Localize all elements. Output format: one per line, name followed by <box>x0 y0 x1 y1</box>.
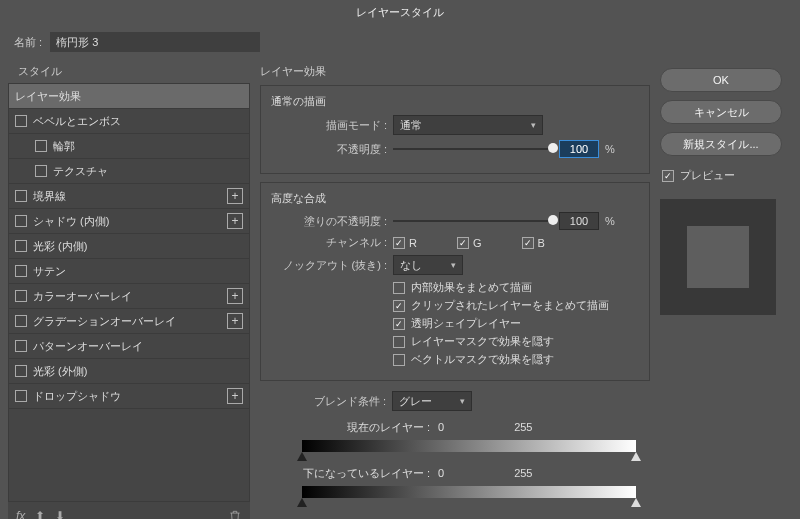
style-outer-glow[interactable]: 光彩 (外側) <box>9 359 249 384</box>
style-drop-shadow[interactable]: ドロップシャドウ+ <box>9 384 249 409</box>
style-label: 光彩 (外側) <box>33 364 87 379</box>
preview-swatch <box>660 199 776 315</box>
checkbox[interactable] <box>35 165 47 177</box>
style-label: サテン <box>33 264 66 279</box>
style-pattern-overlay[interactable]: パターンオーバーレイ <box>9 334 249 359</box>
style-label: 光彩 (内側) <box>33 239 87 254</box>
style-label: カラーオーバーレイ <box>33 289 132 304</box>
checkbox[interactable] <box>15 290 27 302</box>
blend-mode-select[interactable]: 通常▾ <box>393 115 543 135</box>
new-style-button[interactable]: 新規スタイル... <box>660 132 782 156</box>
this-layer-label: 現在のレイヤー : <box>302 420 430 435</box>
opt-e-checkbox[interactable] <box>393 354 405 366</box>
opt-label: ベクトルマスクで効果を隠す <box>411 352 554 367</box>
range-max: 255 <box>514 421 532 433</box>
checkbox[interactable] <box>15 390 27 402</box>
style-color-overlay[interactable]: カラーオーバーレイ+ <box>9 284 249 309</box>
style-layer-effects[interactable]: レイヤー効果 <box>9 84 249 109</box>
blend-if-select[interactable]: グレー▾ <box>392 391 472 411</box>
frame-title: 高度な合成 <box>271 191 639 206</box>
arrow-down-icon[interactable]: ⬇ <box>55 509 65 519</box>
style-label: グラデーションオーバーレイ <box>33 314 176 329</box>
style-inner-glow[interactable]: 光彩 (内側) <box>9 234 249 259</box>
name-row: 名前 : <box>0 24 800 58</box>
fill-opacity-input[interactable] <box>559 212 599 230</box>
this-layer-bar[interactable] <box>302 440 636 452</box>
preview-checkbox[interactable] <box>662 170 674 182</box>
plus-icon[interactable]: + <box>227 313 243 329</box>
select-value: なし <box>400 258 422 273</box>
checkbox[interactable] <box>15 315 27 327</box>
frame-title: 通常の描画 <box>271 94 639 109</box>
channel-r-checkbox[interactable] <box>393 237 405 249</box>
style-texture[interactable]: テクスチャ <box>9 159 249 184</box>
opt-label: 透明シェイプレイヤー <box>411 316 521 331</box>
checkbox[interactable] <box>15 115 27 127</box>
channel-label: チャンネル : <box>271 235 387 250</box>
opt-c-checkbox[interactable] <box>393 318 405 330</box>
advanced-blend-frame: 高度な合成 塗りの不透明度 : % チャンネル : R G B ノックアウト (… <box>260 182 650 381</box>
checkbox[interactable] <box>15 365 27 377</box>
plus-icon[interactable]: + <box>227 213 243 229</box>
normal-blend-frame: 通常の描画 描画モード : 通常▾ 不透明度 : % <box>260 85 650 174</box>
range-min: 0 <box>438 421 444 433</box>
style-satin[interactable]: サテン <box>9 259 249 284</box>
percent-unit: % <box>605 215 615 227</box>
style-label: ベベルとエンボス <box>33 114 121 129</box>
checkbox[interactable] <box>15 240 27 252</box>
range-max: 255 <box>514 467 532 479</box>
style-label: 輪郭 <box>53 139 75 154</box>
trash-icon[interactable] <box>228 509 242 519</box>
cancel-button[interactable]: キャンセル <box>660 100 782 124</box>
style-contour[interactable]: 輪郭 <box>9 134 249 159</box>
range-min: 0 <box>438 467 444 479</box>
blend-if-label: ブレンド条件 : <box>260 394 386 409</box>
channel-g-checkbox[interactable] <box>457 237 469 249</box>
fx-icon[interactable]: fx <box>16 509 25 519</box>
select-value: 通常 <box>400 118 422 133</box>
chevron-down-icon: ▾ <box>451 260 456 270</box>
opacity-slider[interactable] <box>393 142 553 156</box>
style-bevel[interactable]: ベベルとエンボス <box>9 109 249 134</box>
channel-r-label: R <box>409 237 417 249</box>
channel-b-label: B <box>538 237 545 249</box>
chevron-down-icon: ▾ <box>460 396 465 406</box>
channel-g-label: G <box>473 237 482 249</box>
knockout-select[interactable]: なし▾ <box>393 255 463 275</box>
percent-unit: % <box>605 143 615 155</box>
name-label: 名前 : <box>14 35 42 50</box>
style-stroke[interactable]: 境界線+ <box>9 184 249 209</box>
checkbox[interactable] <box>15 265 27 277</box>
checkbox[interactable] <box>15 215 27 227</box>
checkbox[interactable] <box>15 190 27 202</box>
plus-icon[interactable]: + <box>227 188 243 204</box>
layer-name-input[interactable] <box>50 32 260 52</box>
effects-section-title: レイヤー効果 <box>260 64 650 79</box>
opt-a-checkbox[interactable] <box>393 282 405 294</box>
channel-b-checkbox[interactable] <box>522 237 534 249</box>
under-layer-bar[interactable] <box>302 486 636 498</box>
style-label: シャドウ (内側) <box>33 214 109 229</box>
style-gradient-overlay[interactable]: グラデーションオーバーレイ+ <box>9 309 249 334</box>
ok-button[interactable]: OK <box>660 68 782 92</box>
style-label: 境界線 <box>33 189 66 204</box>
plus-icon[interactable]: + <box>227 388 243 404</box>
opt-label: レイヤーマスクで効果を隠す <box>411 334 554 349</box>
opt-d-checkbox[interactable] <box>393 336 405 348</box>
style-label: パターンオーバーレイ <box>33 339 143 354</box>
opacity-input[interactable] <box>559 140 599 158</box>
styles-header: スタイル <box>8 58 250 83</box>
fill-opacity-slider[interactable] <box>393 214 553 228</box>
preview-label: プレビュー <box>680 168 735 183</box>
dialog-title: レイヤースタイル <box>0 0 800 24</box>
arrow-up-icon[interactable]: ⬆ <box>35 509 45 519</box>
style-label: レイヤー効果 <box>15 89 81 104</box>
under-layer-label: 下になっているレイヤー : <box>302 466 430 481</box>
plus-icon[interactable]: + <box>227 288 243 304</box>
checkbox[interactable] <box>15 340 27 352</box>
styles-list: レイヤー効果 ベベルとエンボス 輪郭 テクスチャ 境界線+ シャドウ (内側)+… <box>8 83 250 502</box>
checkbox[interactable] <box>35 140 47 152</box>
opt-b-checkbox[interactable] <box>393 300 405 312</box>
style-inner-shadow[interactable]: シャドウ (内側)+ <box>9 209 249 234</box>
fill-opacity-label: 塗りの不透明度 : <box>271 214 387 229</box>
